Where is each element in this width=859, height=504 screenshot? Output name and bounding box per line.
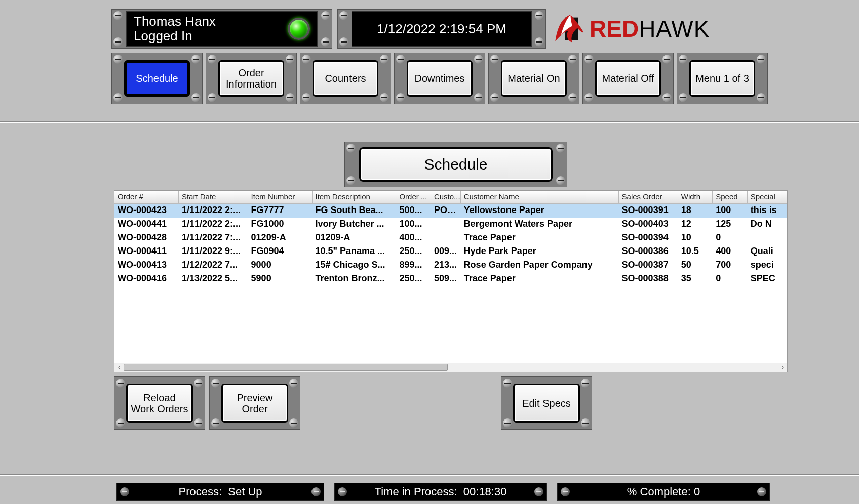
column-header[interactable]: Custo... bbox=[431, 191, 461, 204]
nav-panel-6: Menu 1 of 3 bbox=[677, 53, 768, 104]
table-row[interactable]: WO-0004111/11/2022 9:...FG090410.5" Pana… bbox=[114, 245, 787, 259]
table-row[interactable]: WO-0004161/13/2022 5...5900Trenton Bronz… bbox=[114, 272, 787, 286]
preview-panel: Preview Order bbox=[209, 376, 300, 430]
nav-panel-2: Counters bbox=[300, 53, 391, 104]
column-header[interactable]: Item Description bbox=[313, 191, 397, 204]
column-header[interactable]: Speed bbox=[713, 191, 748, 204]
nav-button-schedule[interactable]: Schedule bbox=[124, 60, 190, 97]
table-row[interactable]: WO-0004281/11/2022 7:...01209-A01209-A40… bbox=[114, 231, 787, 245]
user-name: Thomas Hanx bbox=[134, 14, 216, 29]
nav-button-material-off[interactable]: Material Off bbox=[595, 60, 661, 97]
grid-body[interactable]: WO-0004231/11/2022 2:...FG7777FG South B… bbox=[114, 204, 787, 286]
scroll-thumb[interactable] bbox=[124, 364, 448, 371]
edit-specs-button[interactable]: Edit Specs bbox=[513, 384, 580, 423]
app-logo: REDHAWK bbox=[551, 11, 710, 47]
column-header[interactable]: Start Date bbox=[179, 191, 248, 204]
nav-button-counters[interactable]: Counters bbox=[313, 60, 378, 97]
time-in-process-status: Time in Process: 00:18:30 bbox=[334, 483, 547, 501]
preview-order-button[interactable]: Preview Order bbox=[221, 384, 288, 423]
nav-button-menu-1-of-3[interactable]: Menu 1 of 3 bbox=[689, 60, 755, 97]
column-header[interactable]: Sales Order bbox=[619, 191, 678, 204]
user-status-panel: Thomas Hanx Logged In bbox=[111, 9, 332, 49]
edit-specs-panel: Edit Specs bbox=[501, 376, 592, 430]
status-led-icon bbox=[288, 18, 310, 40]
column-header[interactable]: Order ... bbox=[396, 191, 431, 204]
nav-button-material-on[interactable]: Material On bbox=[501, 60, 567, 97]
column-header[interactable]: Width bbox=[678, 191, 713, 204]
nav-panel-3: Downtimes bbox=[394, 53, 485, 104]
scroll-right-icon[interactable]: › bbox=[778, 363, 787, 372]
horizontal-scrollbar[interactable]: ‹ › bbox=[114, 363, 787, 372]
table-row[interactable]: WO-0004131/12/2022 7...900015# Chicago S… bbox=[114, 259, 787, 272]
work-order-grid[interactable]: Order #Start DateItem NumberItem Descrip… bbox=[114, 190, 788, 372]
user-status: Logged In bbox=[134, 29, 216, 44]
nav-panel-4: Material On bbox=[488, 53, 579, 104]
clock-text: 1/12/2022 2:19:54 PM bbox=[377, 21, 506, 37]
nav-panel-5: Material Off bbox=[582, 53, 674, 104]
column-header[interactable]: Order # bbox=[114, 191, 179, 204]
nav-panel-1: Order Information bbox=[206, 53, 297, 104]
nav-button-downtimes[interactable]: Downtimes bbox=[407, 60, 473, 97]
scroll-left-icon[interactable]: ‹ bbox=[114, 363, 124, 372]
clock-panel: 1/12/2022 2:19:54 PM bbox=[337, 9, 546, 49]
percent-complete-status: % Complete: 0 bbox=[557, 483, 770, 501]
reload-panel: Reload Work Orders bbox=[114, 376, 205, 430]
table-row[interactable]: WO-0004231/11/2022 2:...FG7777FG South B… bbox=[114, 204, 787, 218]
grid-header[interactable]: Order #Start DateItem NumberItem Descrip… bbox=[114, 191, 787, 204]
section-title: Schedule bbox=[359, 147, 553, 182]
section-title-panel: Schedule bbox=[344, 142, 567, 187]
table-row[interactable]: WO-0004411/11/2022 2:...FG1000Ivory Butc… bbox=[114, 218, 787, 231]
process-status: Process: Set Up bbox=[116, 483, 324, 501]
column-header[interactable]: Special bbox=[748, 191, 787, 204]
main-nav: ScheduleOrder InformationCountersDowntim… bbox=[111, 53, 768, 104]
reload-work-orders-button[interactable]: Reload Work Orders bbox=[126, 384, 193, 423]
nav-panel-0: Schedule bbox=[111, 53, 203, 104]
column-header[interactable]: Customer Name bbox=[461, 191, 619, 204]
column-header[interactable]: Item Number bbox=[248, 191, 313, 204]
hawk-icon bbox=[551, 11, 587, 47]
nav-button-order-information[interactable]: Order Information bbox=[218, 60, 284, 97]
